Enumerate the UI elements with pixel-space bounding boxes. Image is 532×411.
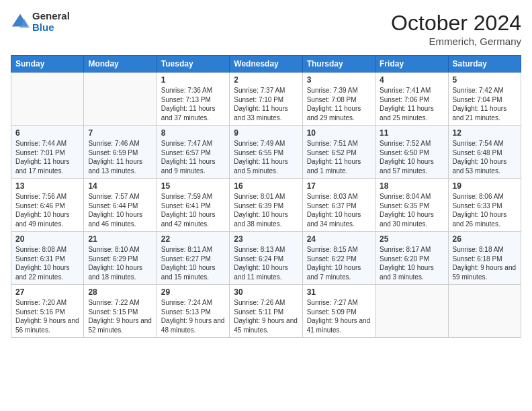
calendar-cell: 4Sunrise: 7:41 AMSunset: 7:06 PMDaylight… bbox=[375, 73, 448, 126]
calendar-week-row: 20Sunrise: 8:08 AMSunset: 6:31 PMDayligh… bbox=[11, 232, 521, 285]
calendar-cell: 7Sunrise: 7:46 AMSunset: 6:59 PMDaylight… bbox=[84, 126, 157, 179]
calendar-cell: 13Sunrise: 7:56 AMSunset: 6:46 PMDayligh… bbox=[11, 179, 84, 232]
calendar-week-row: 6Sunrise: 7:44 AMSunset: 7:01 PMDaylight… bbox=[11, 126, 521, 179]
day-content: Sunrise: 7:20 AMSunset: 5:16 PMDaylight:… bbox=[15, 298, 79, 334]
month-title: October 2024 bbox=[391, 11, 521, 36]
logo: General Blue bbox=[11, 11, 70, 33]
calendar-body: 1Sunrise: 7:36 AMSunset: 7:13 PMDaylight… bbox=[11, 73, 521, 338]
calendar-cell: 14Sunrise: 7:57 AMSunset: 6:44 PMDayligh… bbox=[84, 179, 157, 232]
day-number: 30 bbox=[234, 287, 298, 297]
day-content: Sunrise: 7:47 AMSunset: 6:57 PMDaylight:… bbox=[161, 139, 225, 175]
calendar-table: SundayMondayTuesdayWednesdayThursdayFrid… bbox=[11, 55, 521, 338]
weekday-header: Friday bbox=[375, 56, 448, 73]
calendar-cell: 30Sunrise: 7:26 AMSunset: 5:11 PMDayligh… bbox=[230, 285, 302, 338]
day-content: Sunrise: 7:56 AMSunset: 6:46 PMDaylight:… bbox=[15, 192, 79, 228]
calendar-cell: 25Sunrise: 8:17 AMSunset: 6:20 PMDayligh… bbox=[375, 232, 448, 285]
weekday-header: Sunday bbox=[11, 56, 84, 73]
calendar-cell: 1Sunrise: 7:36 AMSunset: 7:13 PMDaylight… bbox=[157, 73, 229, 126]
logo-blue: Blue bbox=[32, 22, 70, 34]
day-content: Sunrise: 8:01 AMSunset: 6:39 PMDaylight:… bbox=[234, 192, 298, 228]
day-number: 22 bbox=[161, 234, 225, 244]
day-content: Sunrise: 8:11 AMSunset: 6:27 PMDaylight:… bbox=[161, 245, 225, 281]
weekday-header: Saturday bbox=[448, 56, 521, 73]
day-number: 17 bbox=[307, 181, 371, 191]
day-content: Sunrise: 7:42 AMSunset: 7:04 PMDaylight:… bbox=[453, 86, 517, 122]
calendar-cell: 21Sunrise: 8:10 AMSunset: 6:29 PMDayligh… bbox=[84, 232, 157, 285]
day-number: 11 bbox=[380, 128, 443, 138]
day-content: Sunrise: 7:59 AMSunset: 6:41 PMDaylight:… bbox=[161, 192, 225, 228]
day-number: 14 bbox=[88, 181, 152, 191]
day-content: Sunrise: 7:57 AMSunset: 6:44 PMDaylight:… bbox=[88, 192, 152, 228]
day-number: 5 bbox=[453, 75, 517, 85]
day-content: Sunrise: 7:46 AMSunset: 6:59 PMDaylight:… bbox=[88, 139, 152, 175]
calendar-cell: 23Sunrise: 8:13 AMSunset: 6:24 PMDayligh… bbox=[230, 232, 302, 285]
day-number: 19 bbox=[453, 181, 517, 191]
day-number: 15 bbox=[161, 181, 225, 191]
logo-icon bbox=[11, 13, 30, 32]
day-content: Sunrise: 8:17 AMSunset: 6:20 PMDaylight:… bbox=[380, 245, 443, 281]
calendar-cell: 9Sunrise: 7:49 AMSunset: 6:55 PMDaylight… bbox=[230, 126, 302, 179]
calendar-cell: 24Sunrise: 8:15 AMSunset: 6:22 PMDayligh… bbox=[302, 232, 375, 285]
logo-text: General Blue bbox=[32, 11, 70, 33]
calendar-cell: 6Sunrise: 7:44 AMSunset: 7:01 PMDaylight… bbox=[11, 126, 84, 179]
calendar-header: SundayMondayTuesdayWednesdayThursdayFrid… bbox=[11, 56, 521, 73]
calendar-cell bbox=[375, 285, 448, 338]
day-number: 18 bbox=[380, 181, 443, 191]
calendar-cell: 3Sunrise: 7:39 AMSunset: 7:08 PMDaylight… bbox=[302, 73, 375, 126]
day-number: 21 bbox=[88, 234, 152, 244]
calendar-cell: 15Sunrise: 7:59 AMSunset: 6:41 PMDayligh… bbox=[157, 179, 229, 232]
calendar-cell: 16Sunrise: 8:01 AMSunset: 6:39 PMDayligh… bbox=[230, 179, 302, 232]
day-number: 13 bbox=[15, 181, 79, 191]
day-content: Sunrise: 7:39 AMSunset: 7:08 PMDaylight:… bbox=[307, 86, 371, 122]
day-content: Sunrise: 7:37 AMSunset: 7:10 PMDaylight:… bbox=[234, 86, 298, 122]
calendar-cell: 11Sunrise: 7:52 AMSunset: 6:50 PMDayligh… bbox=[375, 126, 448, 179]
calendar-cell: 2Sunrise: 7:37 AMSunset: 7:10 PMDaylight… bbox=[230, 73, 302, 126]
calendar-week-row: 13Sunrise: 7:56 AMSunset: 6:46 PMDayligh… bbox=[11, 179, 521, 232]
day-number: 9 bbox=[234, 128, 298, 138]
day-number: 23 bbox=[234, 234, 298, 244]
calendar-cell: 5Sunrise: 7:42 AMSunset: 7:04 PMDaylight… bbox=[448, 73, 521, 126]
day-content: Sunrise: 8:13 AMSunset: 6:24 PMDaylight:… bbox=[234, 245, 298, 281]
day-number: 12 bbox=[453, 128, 517, 138]
calendar-cell: 12Sunrise: 7:54 AMSunset: 6:48 PMDayligh… bbox=[448, 126, 521, 179]
calendar-cell bbox=[11, 73, 84, 126]
day-number: 29 bbox=[161, 287, 225, 297]
weekday-header: Wednesday bbox=[230, 56, 302, 73]
day-content: Sunrise: 8:06 AMSunset: 6:33 PMDaylight:… bbox=[453, 192, 517, 228]
day-content: Sunrise: 7:26 AMSunset: 5:11 PMDaylight:… bbox=[234, 298, 298, 334]
calendar-cell: 20Sunrise: 8:08 AMSunset: 6:31 PMDayligh… bbox=[11, 232, 84, 285]
day-number: 6 bbox=[15, 128, 79, 138]
day-number: 31 bbox=[307, 287, 371, 297]
day-number: 25 bbox=[380, 234, 443, 244]
day-content: Sunrise: 7:52 AMSunset: 6:50 PMDaylight:… bbox=[380, 139, 443, 175]
calendar-cell: 18Sunrise: 8:04 AMSunset: 6:35 PMDayligh… bbox=[375, 179, 448, 232]
weekday-header: Monday bbox=[84, 56, 157, 73]
day-content: Sunrise: 7:27 AMSunset: 5:09 PMDaylight:… bbox=[307, 298, 371, 334]
day-content: Sunrise: 7:49 AMSunset: 6:55 PMDaylight:… bbox=[234, 139, 298, 175]
day-content: Sunrise: 8:03 AMSunset: 6:37 PMDaylight:… bbox=[307, 192, 371, 228]
weekday-header: Thursday bbox=[302, 56, 375, 73]
logo-general: General bbox=[32, 11, 70, 22]
calendar-week-row: 27Sunrise: 7:20 AMSunset: 5:16 PMDayligh… bbox=[11, 285, 521, 338]
day-content: Sunrise: 7:44 AMSunset: 7:01 PMDaylight:… bbox=[15, 139, 79, 175]
day-content: Sunrise: 8:18 AMSunset: 6:18 PMDaylight:… bbox=[453, 245, 517, 281]
calendar-cell: 26Sunrise: 8:18 AMSunset: 6:18 PMDayligh… bbox=[448, 232, 521, 285]
day-number: 8 bbox=[161, 128, 225, 138]
title-block: October 2024 Emmerich, Germany bbox=[391, 11, 521, 47]
day-number: 24 bbox=[307, 234, 371, 244]
day-number: 10 bbox=[307, 128, 371, 138]
location: Emmerich, Germany bbox=[391, 36, 521, 47]
calendar-cell: 31Sunrise: 7:27 AMSunset: 5:09 PMDayligh… bbox=[302, 285, 375, 338]
day-content: Sunrise: 8:15 AMSunset: 6:22 PMDaylight:… bbox=[307, 245, 371, 281]
day-number: 20 bbox=[15, 234, 79, 244]
day-content: Sunrise: 7:54 AMSunset: 6:48 PMDaylight:… bbox=[453, 139, 517, 175]
calendar-cell: 22Sunrise: 8:11 AMSunset: 6:27 PMDayligh… bbox=[157, 232, 229, 285]
calendar-cell bbox=[448, 285, 521, 338]
day-content: Sunrise: 8:04 AMSunset: 6:35 PMDaylight:… bbox=[380, 192, 443, 228]
day-content: Sunrise: 7:51 AMSunset: 6:52 PMDaylight:… bbox=[307, 139, 371, 175]
weekday-header: Tuesday bbox=[157, 56, 229, 73]
calendar-cell: 8Sunrise: 7:47 AMSunset: 6:57 PMDaylight… bbox=[157, 126, 229, 179]
day-number: 16 bbox=[234, 181, 298, 191]
day-number: 7 bbox=[88, 128, 152, 138]
page-header: General Blue October 2024 Emmerich, Germ… bbox=[11, 11, 521, 47]
